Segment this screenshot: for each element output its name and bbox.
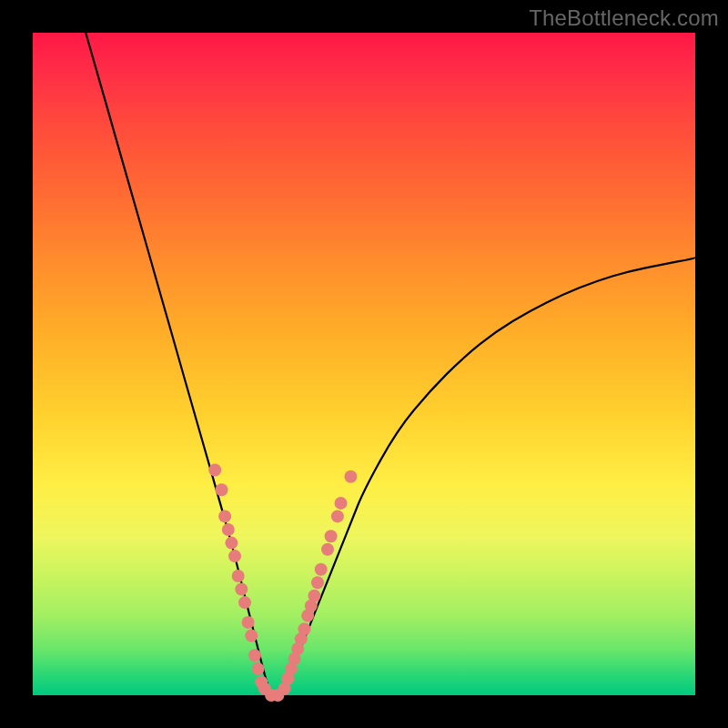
curve-marker xyxy=(218,510,231,522)
chart-frame: TheBottleneck.com xyxy=(0,0,728,728)
watermark-text: TheBottleneck.com xyxy=(529,5,719,31)
curve-marker xyxy=(325,530,338,542)
curve-marker xyxy=(245,630,258,642)
curve-marker xyxy=(222,523,235,536)
curve-marker xyxy=(208,464,221,477)
curve-marker xyxy=(235,583,248,596)
curve-marker xyxy=(308,590,320,602)
curve-marker xyxy=(331,510,344,522)
curve-marker xyxy=(335,497,348,510)
curve-layer xyxy=(86,33,695,695)
curve-marker xyxy=(252,662,265,675)
plot-area xyxy=(33,33,695,695)
curve-marker xyxy=(225,537,238,550)
curve-marker xyxy=(298,622,311,635)
marker-layer xyxy=(208,464,357,703)
bottleneck-curve xyxy=(86,33,695,695)
curve-marker xyxy=(242,616,255,629)
curve-marker xyxy=(232,570,245,582)
curve-marker xyxy=(344,470,357,483)
chart-svg xyxy=(33,33,695,695)
curve-marker xyxy=(248,649,261,662)
curve-marker xyxy=(311,576,324,589)
curve-marker xyxy=(315,563,328,576)
curve-marker xyxy=(228,550,241,562)
curve-marker xyxy=(216,483,228,496)
curve-marker xyxy=(321,543,334,556)
curve-marker xyxy=(238,596,251,609)
